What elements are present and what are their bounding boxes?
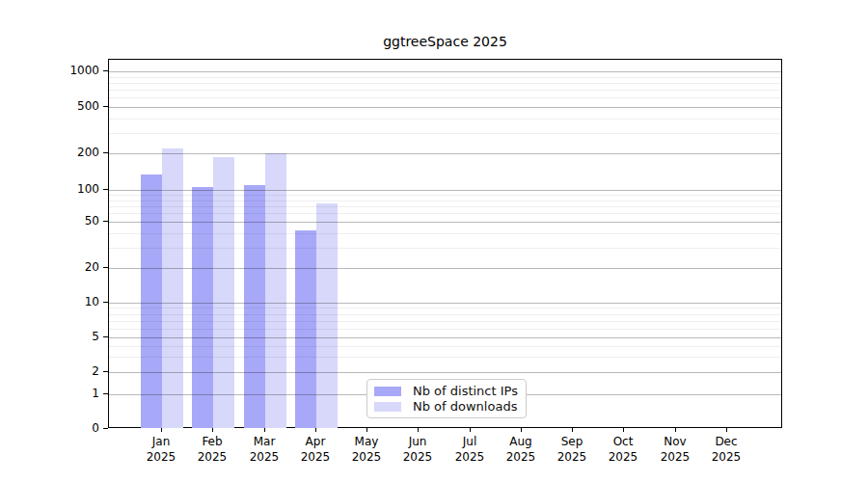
legend-label-downloads: Nb of downloads: [413, 399, 517, 415]
x-tick-mar: [264, 428, 265, 432]
y-tick-200: [103, 152, 108, 153]
x-tick-apr: [315, 428, 316, 432]
x-tick-label-dec: Dec2025: [697, 434, 755, 465]
gridline-major-5: [109, 337, 781, 338]
y-tick-label-20: 20: [38, 259, 99, 275]
y-tick-label-100: 100: [38, 181, 99, 197]
legend: Nb of distinct IPs Nb of downloads: [366, 379, 527, 418]
x-tick-label-jan: Jan2025: [132, 434, 190, 465]
x-tick-jun: [418, 428, 419, 432]
x-tick-label-sep: Sep2025: [543, 434, 601, 465]
y-tick-20: [103, 267, 108, 268]
gridline-major-50: [109, 222, 781, 223]
y-tick-1: [103, 393, 108, 394]
y-tick-0: [103, 428, 108, 429]
x-tick-sep: [572, 428, 573, 432]
x-tick-jan: [161, 428, 162, 432]
y-tick-label-5: 5: [38, 329, 99, 344]
y-tick-10: [103, 302, 108, 303]
gridline-major-1000: [109, 71, 781, 72]
gridline-minor-8: [109, 314, 781, 315]
gridline-minor-90: [109, 195, 781, 196]
x-tick-label-aug: Aug2025: [492, 434, 550, 465]
x-tick-label-jul: Jul2025: [441, 434, 499, 465]
gridline-minor-9: [109, 308, 781, 308]
y-tick-label-200: 200: [38, 145, 99, 160]
gridline-major-10: [109, 303, 781, 304]
gridline-minor-3: [109, 357, 781, 358]
y-tick-label-500: 500: [38, 98, 99, 114]
x-tick-aug: [521, 428, 522, 432]
y-tick-label-1000: 1000: [38, 63, 99, 78]
x-tick-label-apr: Apr2025: [286, 434, 344, 465]
y-tick-5: [103, 336, 108, 337]
y-tick-label-2: 2: [38, 363, 99, 379]
gridline-minor-700: [109, 90, 781, 91]
gridline-minor-60: [109, 213, 781, 214]
gridline-major-2: [109, 372, 781, 373]
gridline-minor-30: [109, 248, 781, 249]
gridline-major-500: [109, 107, 781, 108]
gridline-minor-7: [109, 321, 781, 322]
x-tick-oct: [623, 428, 624, 432]
legend-swatch-0: [374, 387, 401, 396]
y-tick-label-50: 50: [38, 213, 99, 228]
gridline-minor-4: [109, 346, 781, 347]
legend-item-downloads: Nb of downloads: [374, 399, 518, 415]
x-tick-label-jun: Jun2025: [389, 434, 447, 465]
gridline-minor-600: [109, 97, 781, 98]
legend-item-distinct-ips: Nb of distinct IPs: [374, 384, 518, 399]
y-tick-50: [103, 221, 108, 222]
legend-swatch-1: [374, 402, 401, 412]
download-stats-chart: ggtreeSpace 2025 Nb of distinct IPs Nb o…: [0, 0, 868, 482]
x-tick-may: [366, 428, 367, 432]
y-tick-500: [103, 106, 108, 107]
x-tick-nov: [675, 428, 676, 432]
gridline-minor-900: [109, 77, 781, 78]
x-tick-label-nov: Nov2025: [646, 434, 704, 465]
x-tick-feb: [212, 428, 213, 432]
y-tick-label-10: 10: [38, 294, 99, 309]
y-tick-label-0: 0: [38, 420, 99, 436]
y-tick-2: [103, 371, 108, 372]
grid-layer: [109, 60, 781, 427]
gridline-minor-800: [109, 83, 781, 84]
x-tick-label-mar: Mar2025: [235, 434, 293, 465]
gridline-minor-400: [109, 119, 781, 120]
plot-area: Nb of distinct IPs Nb of downloads: [108, 59, 782, 428]
gridline-major-100: [109, 190, 781, 191]
legend-label-distinct-ips: Nb of distinct IPs: [413, 384, 518, 399]
gridline-minor-40: [109, 233, 781, 234]
x-tick-label-oct: Oct2025: [594, 434, 652, 465]
gridline-minor-70: [109, 206, 781, 207]
gridline-major-20: [109, 268, 781, 269]
x-tick-dec: [726, 428, 727, 432]
y-tick-1000: [103, 70, 108, 71]
gridline-minor-80: [109, 201, 781, 201]
gridline-minor-300: [109, 133, 781, 134]
gridline-minor-6: [109, 329, 781, 330]
chart-title: ggtreeSpace 2025: [108, 33, 782, 50]
x-tick-jul: [470, 428, 471, 432]
x-tick-label-feb: Feb2025: [183, 434, 241, 465]
x-tick-label-may: May2025: [338, 434, 395, 465]
y-tick-100: [103, 189, 108, 190]
gridline-major-200: [109, 153, 781, 154]
y-tick-label-1: 1: [38, 386, 99, 401]
